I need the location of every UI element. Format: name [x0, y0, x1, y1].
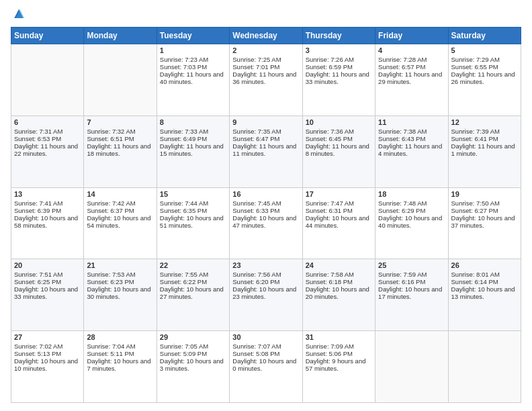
calendar-cell — [84, 44, 157, 116]
calendar-cell: 18Sunrise: 7:48 AMSunset: 6:29 PMDayligh… — [375, 187, 448, 259]
sunset-text: Sunset: 5:11 PM — [87, 350, 153, 357]
sunset-text: Sunset: 6:41 PM — [451, 135, 518, 142]
daylight-text: Daylight: 10 hours and 0 minutes. — [232, 357, 299, 372]
sunset-text: Sunset: 6:43 PM — [378, 135, 445, 142]
sunset-text: Sunset: 6:27 PM — [451, 207, 518, 214]
day-number: 24 — [306, 261, 372, 269]
day-number: 31 — [306, 333, 372, 341]
daylight-text: Daylight: 10 hours and 20 minutes. — [306, 285, 372, 300]
day-number: 26 — [451, 261, 518, 269]
sunrise-text: Sunrise: 7:38 AM — [378, 128, 445, 135]
daylight-text: Daylight: 10 hours and 7 minutes. — [87, 357, 153, 372]
daylight-text: Daylight: 11 hours and 22 minutes. — [14, 142, 81, 157]
daylight-text: Daylight: 10 hours and 13 minutes. — [451, 285, 518, 300]
sunset-text: Sunset: 6:23 PM — [87, 278, 153, 285]
daylight-text: Daylight: 10 hours and 51 minutes. — [160, 214, 226, 229]
day-number: 29 — [160, 333, 226, 341]
day-number: 8 — [160, 118, 226, 126]
daylight-text: Daylight: 10 hours and 3 minutes. — [160, 357, 226, 372]
calendar-cell: 19Sunrise: 7:50 AMSunset: 6:27 PMDayligh… — [448, 187, 521, 259]
daylight-text: Daylight: 11 hours and 15 minutes. — [160, 142, 226, 157]
day-number: 3 — [306, 46, 372, 54]
day-number: 30 — [232, 333, 299, 341]
calendar-cell: 4Sunrise: 7:28 AMSunset: 6:57 PMDaylight… — [375, 44, 448, 116]
calendar-cell: 26Sunrise: 8:01 AMSunset: 6:14 PMDayligh… — [448, 259, 521, 331]
sunrise-text: Sunrise: 7:59 AM — [378, 271, 445, 278]
calendar-cell: 2Sunrise: 7:25 AMSunset: 7:01 PMDaylight… — [230, 44, 302, 116]
day-number: 14 — [87, 190, 153, 198]
day-number: 23 — [232, 261, 299, 269]
calendar-cell: 10Sunrise: 7:36 AMSunset: 6:45 PMDayligh… — [302, 116, 375, 187]
col-header-sunday: Sunday — [11, 28, 84, 44]
day-number: 18 — [378, 190, 445, 198]
sunset-text: Sunset: 6:51 PM — [87, 135, 153, 142]
col-header-thursday: Thursday — [302, 28, 375, 44]
day-number: 16 — [232, 190, 299, 198]
day-number: 25 — [378, 261, 445, 269]
day-number: 9 — [232, 118, 299, 126]
daylight-text: Daylight: 10 hours and 44 minutes. — [306, 214, 372, 229]
sunrise-text: Sunrise: 7:31 AM — [14, 128, 81, 135]
day-number: 1 — [160, 46, 226, 54]
sunset-text: Sunset: 6:16 PM — [378, 278, 445, 285]
sunrise-text: Sunrise: 7:47 AM — [306, 199, 372, 207]
sunrise-text: Sunrise: 7:09 AM — [306, 342, 372, 350]
sunset-text: Sunset: 5:06 PM — [306, 350, 372, 357]
calendar-cell: 12Sunrise: 7:39 AMSunset: 6:41 PMDayligh… — [448, 116, 521, 187]
sunrise-text: Sunrise: 7:53 AM — [87, 271, 153, 278]
calendar-cell: 17Sunrise: 7:47 AMSunset: 6:31 PMDayligh… — [302, 187, 375, 259]
daylight-text: Daylight: 11 hours and 4 minutes. — [378, 142, 445, 157]
day-number: 19 — [451, 190, 518, 198]
sunrise-text: Sunrise: 7:44 AM — [160, 199, 226, 207]
sunrise-text: Sunrise: 7:45 AM — [232, 199, 299, 207]
calendar-cell: 30Sunrise: 7:07 AMSunset: 5:08 PMDayligh… — [230, 331, 302, 403]
calendar-cell: 20Sunrise: 7:51 AMSunset: 6:25 PMDayligh… — [11, 259, 84, 331]
daylight-text: Daylight: 11 hours and 36 minutes. — [232, 71, 299, 85]
daylight-text: Daylight: 10 hours and 47 minutes. — [232, 214, 299, 229]
calendar-cell: 7Sunrise: 7:32 AMSunset: 6:51 PMDaylight… — [84, 116, 157, 187]
sunset-text: Sunset: 6:53 PM — [14, 135, 81, 142]
sunrise-text: Sunrise: 7:33 AM — [160, 128, 226, 135]
sunset-text: Sunset: 6:39 PM — [14, 207, 81, 214]
calendar-cell: 8Sunrise: 7:33 AMSunset: 6:49 PMDaylight… — [157, 116, 229, 187]
sunrise-text: Sunrise: 7:05 AM — [160, 342, 226, 350]
sunset-text: Sunset: 6:33 PM — [232, 207, 299, 214]
calendar-cell: 14Sunrise: 7:42 AMSunset: 6:37 PMDayligh… — [84, 187, 157, 259]
sunrise-text: Sunrise: 7:07 AM — [232, 342, 299, 350]
sunset-text: Sunset: 6:47 PM — [232, 135, 299, 142]
calendar-cell: 9Sunrise: 7:35 AMSunset: 6:47 PMDaylight… — [230, 116, 302, 187]
sunrise-text: Sunrise: 7:04 AM — [87, 342, 153, 350]
daylight-text: Daylight: 10 hours and 58 minutes. — [14, 214, 81, 229]
sunset-text: Sunset: 5:09 PM — [160, 350, 226, 357]
day-number: 4 — [378, 46, 445, 54]
sunrise-text: Sunrise: 7:41 AM — [14, 199, 81, 207]
calendar-cell: 1Sunrise: 7:23 AMSunset: 7:03 PMDaylight… — [157, 44, 229, 116]
sunrise-text: Sunrise: 7:42 AM — [87, 199, 153, 207]
sunset-text: Sunset: 6:55 PM — [451, 63, 518, 71]
col-header-friday: Friday — [375, 28, 448, 44]
sunset-text: Sunset: 6:22 PM — [160, 278, 226, 285]
sunset-text: Sunset: 6:59 PM — [306, 63, 372, 71]
sunrise-text: Sunrise: 7:50 AM — [451, 199, 518, 207]
daylight-text: Daylight: 10 hours and 17 minutes. — [378, 285, 445, 300]
calendar-cell: 21Sunrise: 7:53 AMSunset: 6:23 PMDayligh… — [84, 259, 157, 331]
calendar-cell: 6Sunrise: 7:31 AMSunset: 6:53 PMDaylight… — [11, 116, 84, 187]
sunset-text: Sunset: 6:45 PM — [306, 135, 372, 142]
sunrise-text: Sunrise: 7:28 AM — [378, 56, 445, 63]
calendar-cell: 25Sunrise: 7:59 AMSunset: 6:16 PMDayligh… — [375, 259, 448, 331]
sunrise-text: Sunrise: 8:01 AM — [451, 271, 518, 278]
calendar-cell: 11Sunrise: 7:38 AMSunset: 6:43 PMDayligh… — [375, 116, 448, 187]
sunset-text: Sunset: 7:01 PM — [232, 63, 299, 71]
sunset-text: Sunset: 7:03 PM — [160, 63, 226, 71]
calendar-cell: 22Sunrise: 7:55 AMSunset: 6:22 PMDayligh… — [157, 259, 229, 331]
calendar-cell: 13Sunrise: 7:41 AMSunset: 6:39 PMDayligh… — [11, 187, 84, 259]
calendar-cell — [448, 331, 521, 403]
daylight-text: Daylight: 11 hours and 1 minute. — [451, 142, 518, 157]
col-header-wednesday: Wednesday — [230, 28, 302, 44]
daylight-text: Daylight: 11 hours and 18 minutes. — [87, 142, 153, 157]
col-header-monday: Monday — [84, 28, 157, 44]
sunrise-text: Sunrise: 7:48 AM — [378, 199, 445, 207]
sunset-text: Sunset: 6:29 PM — [378, 207, 445, 214]
sunset-text: Sunset: 5:08 PM — [232, 350, 299, 357]
sunset-text: Sunset: 6:14 PM — [451, 278, 518, 285]
